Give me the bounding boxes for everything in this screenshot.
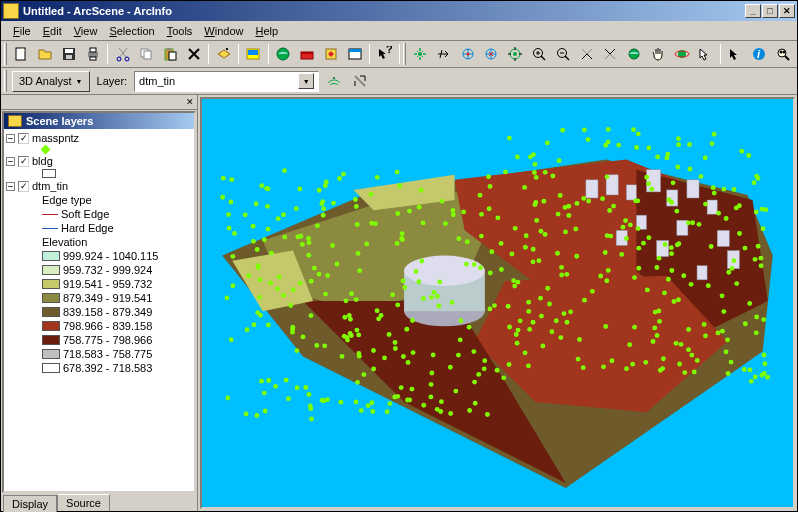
svg-point-159 — [429, 371, 434, 376]
svg-point-446 — [754, 315, 759, 320]
tab-source[interactable]: Source — [57, 494, 110, 511]
layer-selector[interactable]: dtm_tin ▼ — [134, 71, 319, 92]
select-elements-button[interactable] — [724, 43, 747, 65]
narrow-fov-button[interactable] — [575, 43, 598, 65]
command-line-button[interactable] — [343, 43, 366, 65]
set-observer-button[interactable] — [504, 43, 527, 65]
layer-label-dtmtin[interactable]: dtm_tin — [32, 180, 68, 192]
identify-button[interactable]: i — [748, 43, 771, 65]
svg-point-395 — [726, 371, 731, 376]
svg-point-160 — [322, 343, 327, 348]
center-target-button[interactable] — [456, 43, 479, 65]
svg-point-254 — [512, 284, 517, 289]
svg-point-212 — [651, 339, 656, 344]
steepest-path-button[interactable] — [348, 70, 371, 92]
svg-point-439 — [225, 396, 230, 401]
navigate-button[interactable] — [409, 43, 432, 65]
svg-point-374 — [429, 382, 434, 387]
maximize-button[interactable]: □ — [762, 4, 778, 18]
svg-point-124 — [654, 265, 659, 270]
contour-tool-button[interactable] — [322, 70, 345, 92]
svg-point-143 — [465, 239, 470, 244]
svg-point-153 — [401, 278, 406, 283]
paste-button[interactable] — [159, 43, 182, 65]
elevation-swatch-icon — [42, 307, 60, 317]
svg-point-360 — [266, 323, 271, 328]
svg-point-305 — [516, 328, 521, 333]
fly-button[interactable] — [432, 43, 455, 65]
svg-point-320 — [321, 213, 326, 218]
pan-button[interactable] — [647, 43, 670, 65]
svg-point-292 — [397, 183, 402, 188]
svg-point-144 — [501, 375, 506, 380]
menu-selection[interactable]: Selection — [103, 23, 160, 39]
menu-window[interactable]: Window — [198, 23, 249, 39]
3d-analyst-menu[interactable]: 3D Analyst ▼ — [12, 71, 90, 92]
zoom-in-button[interactable] — [528, 43, 551, 65]
select-features-button[interactable] — [694, 43, 717, 65]
expander-masspntz[interactable]: − — [6, 134, 15, 143]
expander-dtmtin[interactable]: − — [6, 182, 15, 191]
print-button[interactable] — [81, 43, 104, 65]
cut-button[interactable] — [111, 43, 134, 65]
find-button[interactable] — [771, 43, 794, 65]
menu-file[interactable]: File — [7, 23, 37, 39]
scene-properties-button[interactable] — [242, 43, 265, 65]
close-button[interactable]: ✕ — [779, 4, 795, 18]
layer-dropdown-arrow[interactable]: ▼ — [298, 73, 314, 89]
svg-point-113 — [294, 206, 299, 211]
expander-bldg[interactable]: − — [6, 157, 15, 166]
widen-fov-button[interactable] — [599, 43, 622, 65]
svg-point-418 — [265, 204, 270, 209]
svg-point-76 — [390, 292, 395, 297]
menu-tools[interactable]: Tools — [161, 23, 199, 39]
svg-point-216 — [605, 233, 610, 238]
add-data-button[interactable] — [212, 43, 235, 65]
svg-point-136 — [382, 356, 387, 361]
toolbox-button[interactable] — [296, 43, 319, 65]
zoom-out-button[interactable] — [551, 43, 574, 65]
svg-point-457 — [514, 332, 519, 337]
new-button[interactable] — [10, 43, 33, 65]
layer-label-masspntz[interactable]: masspntz — [32, 132, 79, 144]
save-button[interactable] — [58, 43, 81, 65]
svg-point-274 — [624, 236, 629, 241]
svg-point-86 — [581, 365, 586, 370]
layer-label-bldg[interactable]: bldg — [32, 155, 53, 167]
open-button[interactable] — [34, 43, 57, 65]
svg-point-190 — [611, 204, 616, 209]
toc-close-button[interactable]: ✕ — [182, 95, 197, 109]
help-pointer-button[interactable]: ? — [373, 43, 396, 65]
menu-help[interactable]: Help — [249, 23, 284, 39]
tab-display[interactable]: Display — [3, 495, 57, 512]
svg-point-504 — [291, 287, 296, 292]
3d-viewport[interactable] — [200, 97, 795, 509]
svg-point-117 — [531, 247, 536, 252]
arccatalog-button[interactable] — [272, 43, 295, 65]
svg-point-373 — [400, 237, 405, 242]
minimize-button[interactable]: _ — [745, 4, 761, 18]
orbit-button[interactable] — [670, 43, 693, 65]
svg-point-463 — [630, 362, 635, 367]
menu-view[interactable]: View — [68, 23, 104, 39]
checkbox-masspntz[interactable]: ✓ — [18, 133, 29, 144]
svg-rect-64 — [697, 266, 707, 280]
svg-point-177 — [395, 170, 400, 175]
delete-button[interactable] — [182, 43, 205, 65]
svg-point-205 — [657, 319, 662, 324]
svg-point-412 — [543, 232, 548, 237]
checkbox-dtmtin[interactable]: ✓ — [18, 181, 29, 192]
svg-point-260 — [342, 315, 347, 320]
zoom-target-button[interactable] — [480, 43, 503, 65]
svg-point-220 — [759, 263, 764, 268]
svg-point-194 — [251, 239, 256, 244]
svg-point-397 — [603, 250, 608, 255]
copy-button[interactable] — [135, 43, 158, 65]
3d-analyst-label: 3D Analyst — [19, 75, 72, 87]
svg-point-367 — [526, 363, 531, 368]
checkbox-bldg[interactable]: ✓ — [18, 156, 29, 167]
full-extent-button[interactable] — [623, 43, 646, 65]
macros-button[interactable] — [319, 43, 342, 65]
elevation-swatch-icon — [42, 293, 60, 303]
menu-edit[interactable]: Edit — [37, 23, 68, 39]
